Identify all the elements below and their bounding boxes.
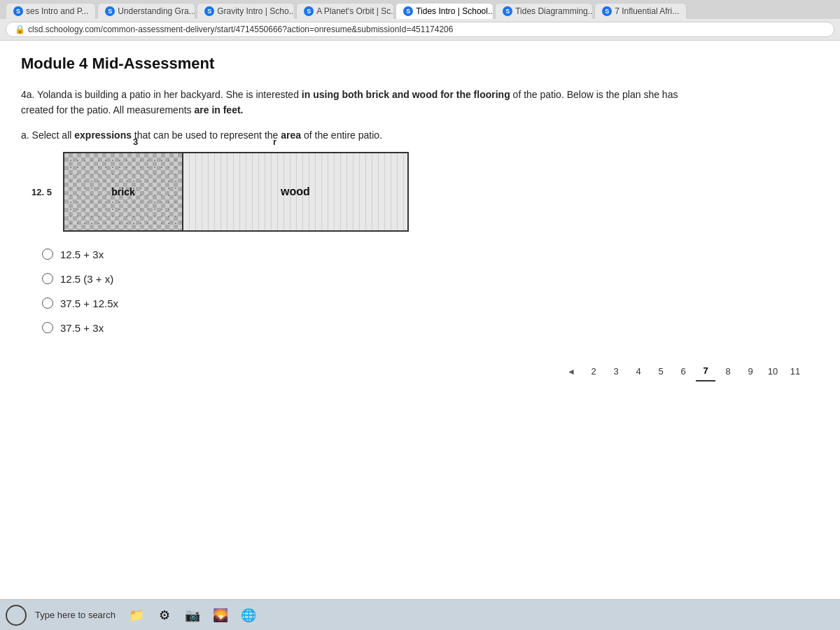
tab-icon-7: S [602, 6, 612, 16]
tab-icon-4: S [304, 6, 314, 16]
taskbar-search[interactable]: Type here to search [29, 607, 121, 615]
diagram-container: 12. 5 3 r brick wood [63, 152, 819, 232]
wood-label: wood [281, 186, 310, 198]
page-btn-7[interactable]: 7 [696, 362, 715, 382]
pagination-prev[interactable]: ◄ [561, 362, 581, 382]
choice-label-2: 12.5 (3 + x) [60, 273, 113, 285]
page-btn-2[interactable]: 2 [584, 362, 603, 382]
page-btn-6[interactable]: 6 [673, 362, 693, 382]
page-btn-9[interactable]: 9 [741, 362, 760, 382]
taskbar-browser[interactable]: 🌐 [236, 603, 261, 615]
answer-choice-3[interactable]: 37.5 + 12.5x [42, 298, 819, 309]
width-label-wood: r [273, 136, 276, 147]
url-text: clsd.schoology.com/common-assessment-del… [28, 24, 453, 34]
search-text: Type here to search [35, 610, 115, 615]
tab-icon-3: S [204, 6, 214, 16]
sub-question: a. Select all expressions that can be us… [21, 130, 819, 141]
tab-label-4: A Planet's Orbit | Sc... [316, 6, 394, 16]
taskbar-file-explorer[interactable]: 📁 [124, 603, 149, 615]
checkbox-1[interactable] [42, 248, 53, 260]
brick-section: brick [64, 153, 183, 230]
answer-choice-1[interactable]: 12.5 + 3x [42, 248, 819, 260]
tab-label-5: Tides Intro | School... [416, 6, 493, 16]
patio-diagram: brick wood [63, 152, 409, 232]
tab-gravity[interactable]: S Gravity Intro | Scho... [197, 3, 295, 19]
taskbar-settings[interactable]: ⚙ [152, 603, 177, 615]
lock-icon: 🔒 [15, 24, 25, 34]
answer-choice-2[interactable]: 12.5 (3 + x) [42, 273, 819, 285]
page-btn-10[interactable]: 10 [763, 362, 783, 382]
tab-icon-5: S [403, 6, 413, 16]
tab-label-1: ses Intro and P... [26, 6, 88, 16]
tab-icon-6: S [503, 6, 512, 16]
pagination: ◄ 2 3 4 5 6 7 8 9 10 11 [21, 362, 819, 382]
brick-label: brick [111, 186, 134, 197]
height-label: 12. 5 [31, 186, 52, 197]
browser-chrome: S ses Intro and P... S Understanding Gra… [0, 0, 840, 41]
tab-influential[interactable]: S 7 Influential Afri... [594, 3, 687, 19]
tab-tides-diagramming[interactable]: S Tides Diagramming... [495, 3, 593, 19]
wood-section: wood [183, 153, 407, 230]
tab-planet-orbit[interactable]: S A Planet's Orbit | Sc... [296, 3, 394, 19]
width-label-brick: 3 [133, 136, 138, 147]
tab-ses-intro[interactable]: S ses Intro and P... [6, 3, 96, 19]
tab-understanding[interactable]: S Understanding Gra... [97, 3, 195, 19]
checkbox-2[interactable] [42, 273, 53, 284]
tab-bar: S ses Intro and P... S Understanding Gra… [0, 0, 840, 19]
address-bar[interactable]: 🔒 clsd.schoology.com/common-assessment-d… [6, 22, 834, 37]
taskbar-camera[interactable]: 📷 [180, 603, 205, 615]
choice-label-1: 12.5 + 3x [60, 248, 104, 260]
tab-label-6: Tides Diagramming... [515, 6, 593, 16]
choice-label-4: 37.5 + 3x [60, 322, 104, 334]
choice-label-3: 37.5 + 12.5x [60, 298, 118, 309]
tab-label-3: Gravity Intro | Scho... [217, 6, 295, 16]
answer-choices: 12.5 + 3x 12.5 (3 + x) 37.5 + 12.5x 37.5… [42, 248, 819, 334]
page-btn-11[interactable]: 11 [785, 362, 805, 382]
tab-icon-2: S [105, 6, 115, 16]
page-btn-3[interactable]: 3 [606, 362, 626, 382]
page-btn-5[interactable]: 5 [651, 362, 671, 382]
page-title: Module 4 Mid-Assessment [21, 55, 819, 73]
tab-label-7: 7 Influential Afri... [615, 6, 679, 16]
checkbox-3[interactable] [42, 298, 53, 309]
tab-tides-intro[interactable]: S Tides Intro | School... [396, 3, 493, 19]
windows-icon[interactable] [6, 605, 27, 615]
tab-icon-1: S [13, 6, 23, 16]
taskbar-photos[interactable]: 🌄 [208, 603, 233, 615]
question-text: 4a. Yolanda is building a patio in her b… [21, 87, 819, 118]
tab-label-2: Understanding Gra... [118, 6, 195, 16]
answer-choice-4[interactable]: 37.5 + 3x [42, 322, 819, 334]
page-btn-4[interactable]: 4 [629, 362, 648, 382]
page-content: Module 4 Mid-Assessment 4a. Yolanda is b… [0, 41, 840, 615]
checkbox-4[interactable] [42, 322, 53, 333]
taskbar: Type here to search 📁 ⚙ 📷 🌄 🌐 [0, 599, 840, 615]
page-btn-8[interactable]: 8 [718, 362, 738, 382]
